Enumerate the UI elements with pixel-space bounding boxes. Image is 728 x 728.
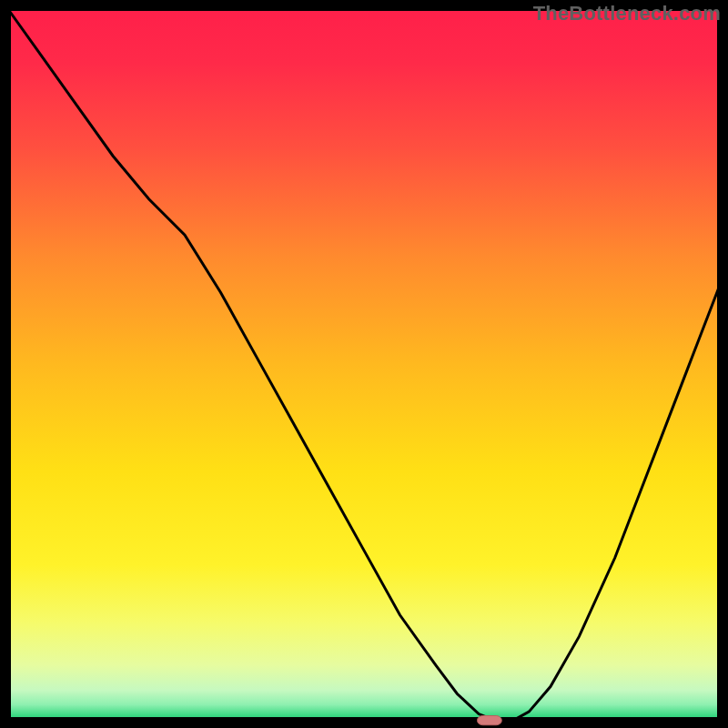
watermark-text: TheBottleneck.com [533, 2, 721, 25]
chart-canvas [0, 0, 728, 728]
bottleneck-chart: TheBottleneck.com [0, 0, 728, 728]
plot-background [5, 5, 723, 723]
optimum-marker [478, 716, 502, 725]
plot-area [5, 5, 723, 723]
